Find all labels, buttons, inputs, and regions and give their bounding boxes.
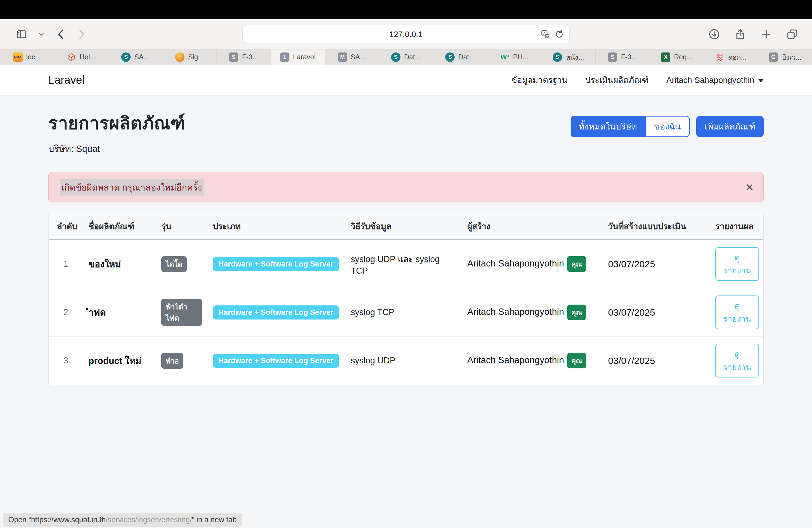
header-type: ประเภท <box>207 213 345 240</box>
share-button[interactable] <box>731 25 749 43</box>
model-badge: พำอ <box>161 353 183 369</box>
translate-icon[interactable]: A 文 <box>540 29 550 39</box>
toolbar-right-controls <box>706 19 801 49</box>
eval-date: 03/07/2025 <box>603 288 710 337</box>
products-table-card: ลำดับ ชื่อผลิตภัณฑ์ รุ่น ประเภท วิธีรับข… <box>48 213 764 385</box>
header-product-name: ชื่อผลิตภัณฑ์ <box>83 213 156 240</box>
browser-tab-helm[interactable]: Hel... <box>54 49 108 64</box>
browser-tab-sa-m[interactable]: M SA... <box>325 49 379 64</box>
error-alert-message: เกิดข้อผิดพลาด กรุณาลองใหม่อีกครั้ง <box>60 179 204 195</box>
downloads-button[interactable] <box>706 25 723 43</box>
browser-tab-laravel-active[interactable]: 1 Laravel <box>271 49 325 64</box>
browser-toolbar: 127.0.0.1 A 文 <box>0 19 812 49</box>
type-badge: Hardware + Software Log Server <box>213 257 339 271</box>
table-row: 1 ของใหม่ ไดไ้ด Hardware + Software Log … <box>48 240 764 288</box>
type-badge: Hardware + Software Log Server <box>213 305 339 320</box>
product-name: ของใหม่ <box>83 240 156 288</box>
new-tab-button[interactable] <box>757 25 775 43</box>
table-row: 3 product ใหม่ พำอ Hardware + Software L… <box>48 337 764 385</box>
toolbar-left-controls <box>13 25 90 43</box>
product-name: ำฟด <box>83 288 156 337</box>
header-model: รุ่น <box>156 213 207 240</box>
products-table: ลำดับ ชื่อผลิตภัณฑ์ รุ่น ประเภท วิธีรับข… <box>48 213 764 385</box>
page-header: รายการผลิตภัณฑ์ บริษัท: Squat ทั้งหมดในบ… <box>48 96 764 156</box>
creator-cell: Aritach Sahapongyothinคุณ <box>462 288 603 337</box>
browser-tab-nang[interactable]: S หนัง... <box>541 49 595 64</box>
data-method: syslog UDP และ syslog TCP <box>345 240 462 288</box>
plus-icon <box>760 28 772 40</box>
user-name: Aritach Sahapongyothin <box>666 75 754 85</box>
tab-overview-icon <box>786 28 798 40</box>
browser-tab-dok[interactable]: ดอก... <box>704 49 758 64</box>
browser-tab-localhost[interactable]: PMA loc... <box>0 49 54 64</box>
all-in-company-button[interactable]: ทั้งหมดในบริษัท <box>570 116 645 137</box>
gray-s-favicon: S <box>229 53 238 62</box>
share-icon <box>734 28 746 40</box>
table-header-row: ลำดับ ชื่อผลิตภัณฑ์ รุ่น ประเภท วิธีรับข… <box>48 213 764 240</box>
header-index: ลำดับ <box>48 213 83 240</box>
w3schools-favicon: W³ <box>500 53 510 62</box>
row-index: 1 <box>48 240 83 288</box>
m-favicon: M <box>338 53 347 62</box>
numbered-favicon: 1 <box>280 53 289 62</box>
nav-item-evaluate-product[interactable]: ประเมินผลิตภัณฑ์ <box>585 73 649 86</box>
browser-tab-php[interactable]: W³ PH... <box>487 49 541 64</box>
excel-favicon: X <box>661 53 670 62</box>
brand-laravel[interactable]: Laravel <box>48 74 85 86</box>
gray-s-favicon: S <box>608 53 617 62</box>
browser-tab-bueng[interactable]: G บึงเว... <box>758 49 812 64</box>
user-menu[interactable]: Aritach Sahapongyothin <box>666 75 764 85</box>
browser-tab-sig[interactable]: Sig... <box>162 49 217 64</box>
close-icon[interactable]: × <box>743 178 756 196</box>
back-icon <box>55 28 68 40</box>
status-text-light: /services/logservertesting/ <box>106 516 192 524</box>
creator-cell: Aritach Sahapongyothinคุณ <box>462 337 603 385</box>
tab-overview-button[interactable] <box>783 25 801 43</box>
download-icon <box>708 28 720 40</box>
reload-icon[interactable] <box>554 29 564 39</box>
header-actions: ทั้งหมดในบริษัท ของฉัน เพิ่มผลิตภัณฑ์ <box>570 116 764 137</box>
view-report-button[interactable]: ดูรายงาน <box>715 247 759 281</box>
row-index: 2 <box>48 288 83 337</box>
creator-name: Aritach Sahapongyothin <box>467 355 564 365</box>
browser-tab-f3[interactable]: S F-3... <box>217 49 271 64</box>
browser-tab-sa[interactable]: S SA... <box>108 49 162 64</box>
view-report-button[interactable]: ดูรายงาน <box>715 344 759 378</box>
header-creator: ผู้สร้าง <box>462 213 603 240</box>
mine-button[interactable]: ของฉัน <box>645 116 690 137</box>
address-bar[interactable]: 127.0.0.1 A 文 <box>243 25 569 43</box>
company-label: บริษัท: Squat <box>48 142 764 156</box>
address-url[interactable]: 127.0.0.1 <box>389 30 423 39</box>
sharepoint-favicon: S <box>553 53 562 62</box>
data-method: syslog TCP <box>345 288 462 337</box>
header-data-method: วิธีรับข้อมูล <box>345 213 462 240</box>
caret-down-icon <box>758 79 764 82</box>
red-outline-favicon <box>67 53 76 62</box>
forward-button[interactable] <box>72 25 90 43</box>
creator-cell: Aritach Sahapongyothinคุณ <box>462 240 603 288</box>
chevron-down-icon <box>38 31 45 38</box>
nav-item-standard-data[interactable]: ข้อมูลมาตรฐาน <box>511 73 568 86</box>
type-badge: Hardware + Software Log Server <box>213 354 339 368</box>
sidebar-toggle-button[interactable] <box>13 25 30 43</box>
back-button[interactable] <box>53 25 70 43</box>
sharepoint-favicon: S <box>121 53 131 62</box>
forward-icon <box>75 28 87 40</box>
product-name: product ใหม่ <box>83 337 156 385</box>
status-text-dark: Open “https://www.squat.in.th <box>8 516 106 524</box>
sidebar-menu-chevron[interactable] <box>33 25 50 43</box>
add-product-button[interactable]: เพิ่มผลิตภัณฑ์ <box>696 116 764 137</box>
model-badge: ไดไ้ด <box>161 256 187 272</box>
browser-tab-dat2[interactable]: S Dat... <box>433 49 487 64</box>
status-text-dark: ” in a new tab <box>192 516 237 524</box>
error-alert: เกิดข้อผิดพลาด กรุณาลองใหม่อีกครั้ง × <box>48 172 764 202</box>
orange-circle-favicon <box>175 53 185 62</box>
browser-tab-dat1[interactable]: S Dat... <box>379 49 433 64</box>
sharepoint-favicon: S <box>391 53 401 62</box>
sidebar-icon <box>15 28 28 40</box>
eval-date: 03/07/2025 <box>603 240 710 288</box>
browser-tab-f3-2[interactable]: S F-3... <box>596 49 650 64</box>
browser-tab-req[interactable]: X Req... <box>650 49 704 64</box>
phpmyadmin-favicon: PMA <box>13 53 23 62</box>
view-report-button[interactable]: ดูรายงาน <box>715 295 759 329</box>
